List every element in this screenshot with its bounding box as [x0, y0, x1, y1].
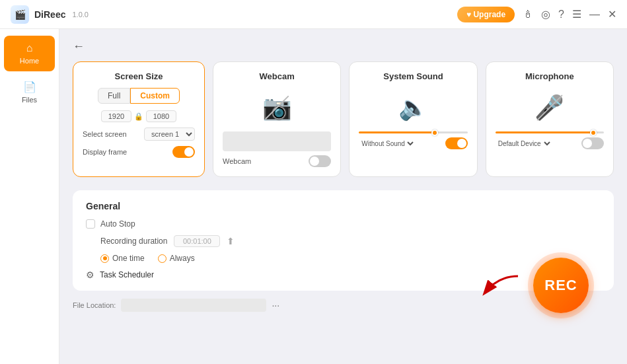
rec-label: REC	[544, 277, 577, 294]
titlebar-right: ♥ Upgrade 🕯 ◎ ? ☰ — ✕	[457, 7, 616, 22]
microphone-title: Microphone	[496, 71, 604, 81]
back-button[interactable]: ←	[73, 40, 85, 54]
menu-icon[interactable]: ☰	[572, 8, 581, 20]
sidebar: ⌂ Home 📄 Files	[0, 29, 59, 364]
auto-stop-label: Auto Stop	[100, 219, 135, 229]
screen-select[interactable]: screen 1	[144, 127, 195, 141]
screen-size-btn-group: Full Custom	[83, 88, 195, 104]
mic-slider-row	[496, 131, 604, 133]
recording-duration-label: Recording duration	[100, 237, 167, 246]
without-sound-select[interactable]: Without Sound	[359, 139, 416, 148]
system-sound-card: System Sound 🔈 Without Sound	[349, 61, 477, 177]
spinner-up-icon[interactable]: ⬆	[227, 236, 235, 246]
files-icon: 📄	[23, 81, 36, 93]
toggle-thumb	[583, 139, 592, 148]
general-title: General	[86, 201, 601, 211]
repeat-row: One time Always	[100, 254, 601, 263]
arrow-icon	[478, 270, 525, 303]
auto-stop-row: Auto Stop	[86, 219, 601, 229]
webcam-bottom-row: Webcam	[223, 155, 331, 167]
one-time-radio[interactable]	[100, 254, 109, 263]
toggle-thumb	[310, 157, 319, 166]
mic-device-select[interactable]: Default Device	[496, 139, 552, 148]
display-frame-row: Display frame	[83, 146, 195, 158]
toggle-thumb	[184, 147, 194, 157]
auto-stop-checkbox[interactable]	[86, 219, 95, 229]
settings-circle-icon[interactable]: ◎	[541, 8, 550, 20]
file-location-label: File Location:	[73, 301, 116, 309]
mic-slider[interactable]	[496, 131, 604, 133]
gear-icon: ⚙	[86, 270, 94, 280]
height-input[interactable]	[146, 110, 176, 122]
arrow-area	[478, 270, 525, 305]
titlebar-left: 🎬 DiReec 1.0.0	[11, 5, 89, 24]
rec-button[interactable]: REC	[533, 258, 589, 313]
titlebar: 🎬 DiReec 1.0.0 ♥ Upgrade 🕯 ◎ ? ☰ — ✕	[0, 0, 627, 29]
recording-duration-row: Recording duration ⬆	[100, 235, 601, 247]
mic-toggle[interactable]	[581, 137, 604, 149]
webcam-toggle[interactable]	[309, 155, 331, 167]
sidebar-files-label: Files	[22, 96, 37, 104]
minimize-icon[interactable]: —	[589, 9, 600, 20]
width-input[interactable]	[101, 110, 131, 122]
select-screen-row: Select screen screen 1	[83, 127, 195, 141]
display-frame-toggle[interactable]	[172, 146, 195, 158]
select-screen-label: Select screen	[83, 130, 127, 138]
duration-input[interactable]	[174, 235, 220, 247]
close-icon[interactable]: ✕	[608, 8, 616, 20]
one-time-radio-item[interactable]: One time	[100, 254, 145, 263]
webcam-card: Webcam 📷 Webcam	[213, 61, 341, 177]
home-icon: ⌂	[26, 42, 33, 54]
sidebar-item-files[interactable]: 📄 Files	[4, 74, 55, 110]
full-screen-button[interactable]: Full	[98, 88, 130, 104]
one-time-label: One time	[112, 254, 145, 263]
rec-area: REC	[528, 252, 594, 318]
always-radio-item[interactable]: Always	[158, 254, 195, 263]
slider-thumb	[590, 129, 597, 136]
mic-muted-icon: 🎤	[535, 94, 564, 122]
always-label: Always	[170, 254, 195, 263]
display-frame-label: Display frame	[83, 148, 127, 156]
webcam-title: Webcam	[223, 71, 331, 81]
main-layout: ⌂ Home 📄 Files ← Screen Size Full Custom	[0, 29, 627, 364]
sound-icon: 🔈	[398, 94, 428, 122]
system-sound-slider[interactable]	[359, 131, 467, 133]
main-content: ← Screen Size Full Custom 🔒	[59, 29, 627, 364]
candle-icon[interactable]: 🕯	[523, 9, 533, 20]
file-location-more-icon[interactable]: ···	[272, 300, 279, 310]
always-radio[interactable]	[158, 254, 166, 263]
app-version: 1.0.0	[72, 11, 88, 18]
sidebar-home-label: Home	[20, 57, 39, 65]
webcam-label: Webcam	[223, 157, 251, 165]
sidebar-item-home[interactable]: ⌂ Home	[4, 36, 55, 71]
dimension-row: 🔒	[83, 110, 195, 122]
app-name: DiReec	[34, 9, 65, 20]
upgrade-button[interactable]: ♥ Upgrade	[457, 7, 515, 22]
webcam-icon-area: 📷	[223, 88, 331, 127]
file-location-path	[121, 299, 266, 312]
custom-screen-button[interactable]: Custom	[130, 88, 180, 104]
cards-row: Screen Size Full Custom 🔒 Select screen …	[73, 61, 614, 177]
mic-bottom-row: Default Device	[496, 137, 604, 149]
system-sound-title: System Sound	[359, 71, 467, 81]
toggle-thumb	[457, 139, 466, 148]
system-sound-toggle[interactable]	[445, 137, 468, 149]
webcam-off-icon: 📷	[262, 94, 292, 122]
rec-ring: REC	[528, 252, 594, 318]
content-wrapper: ← Screen Size Full Custom 🔒	[73, 40, 614, 312]
task-scheduler-label: Task Scheduler	[100, 270, 154, 279]
slider-thumb	[431, 129, 438, 136]
help-icon[interactable]: ?	[558, 9, 564, 20]
lock-icon: 🔒	[134, 112, 143, 121]
screen-size-title: Screen Size	[83, 71, 195, 81]
app-logo-emoji: 🎬	[15, 9, 26, 20]
system-sound-bottom-row: Without Sound	[359, 137, 467, 149]
microphone-card: Microphone 🎤 Default Device	[486, 61, 614, 177]
mic-icon-area: 🎤	[496, 88, 604, 127]
sound-icon-area: 🔈	[359, 88, 467, 127]
system-sound-slider-row	[359, 131, 467, 133]
app-logo: 🎬	[11, 5, 29, 24]
screen-size-card: Screen Size Full Custom 🔒 Select screen …	[73, 61, 205, 177]
